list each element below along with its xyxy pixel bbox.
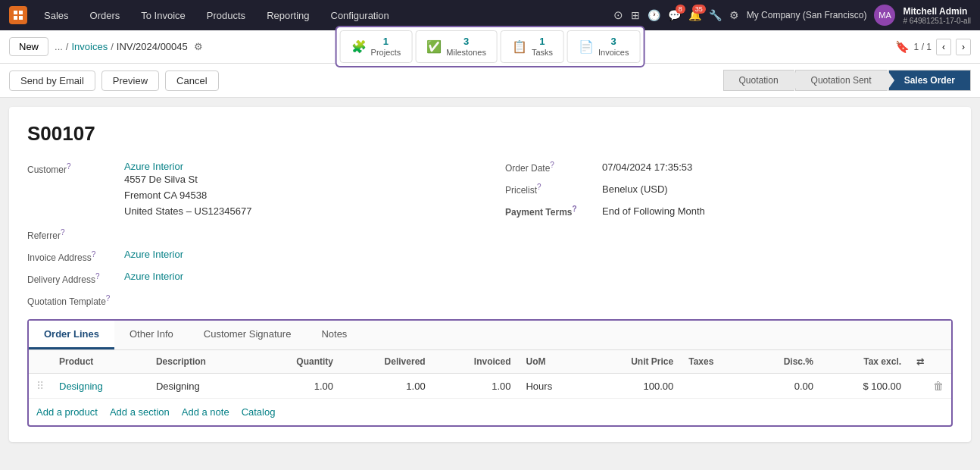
breadcrumb-sep2: /	[111, 41, 114, 52]
status-pipeline: Quotation Quotation Sent Sales Order	[723, 70, 971, 91]
milestones-text: Milestones	[446, 48, 486, 57]
order-lines-table: Product Description Quantity Delivered I…	[29, 350, 951, 399]
chat-badge: 8	[676, 5, 685, 14]
next-page-button[interactable]: ›	[956, 39, 971, 55]
milestones-label: 3 Milestones	[446, 36, 486, 58]
referrer-field-row: Referrer?	[27, 227, 475, 241]
product-cell[interactable]: Designing	[59, 381, 103, 392]
col-unit-price: Unit Price	[586, 350, 681, 374]
wrench-icon[interactable]: 🔧	[709, 9, 722, 21]
order-date-field: Order Date? 07/04/2024 17:35:53	[505, 161, 953, 174]
invoices-icon: 📄	[579, 39, 594, 54]
tab-notes[interactable]: Notes	[306, 321, 362, 349]
send-by-email-button[interactable]: Send by Email	[9, 70, 95, 91]
referrer-label: Referrer?	[27, 227, 118, 241]
col-disc: Disc.%	[747, 350, 822, 374]
customer-addr3: United States – US12345677	[124, 204, 251, 220]
tabs-section: Order Lines Other Info Customer Signatur…	[27, 319, 953, 427]
milestones-smart-button[interactable]: ✅ 3 Milestones	[415, 30, 498, 63]
pricelist-field: Pricelist? Benelux (USD)	[505, 183, 953, 196]
order-lines-content: Product Description Quantity Delivered I…	[29, 350, 951, 425]
nav-orders[interactable]: Orders	[86, 7, 125, 24]
col-uom: UoM	[518, 350, 586, 374]
nav-products[interactable]: Products	[202, 7, 250, 24]
invoiced-cell: 1.00	[492, 381, 510, 392]
home-icon[interactable]: ⊙	[613, 8, 623, 22]
user-sub: # 64981251-17-0-all	[903, 17, 971, 25]
tasks-label: 1 Tasks	[532, 36, 553, 58]
left-column: Customer? Azure Interior 4557 De Silva S…	[27, 161, 475, 307]
pipeline-quotation-sent[interactable]: Quotation Sent	[795, 70, 888, 91]
invoices-smart-button[interactable]: 📄 3 Invoices	[567, 30, 640, 63]
new-button[interactable]: New	[9, 37, 48, 56]
tasks-count: 1	[532, 36, 553, 47]
breadcrumb-current: INV/2024/00045	[117, 41, 188, 52]
breadcrumb-dots[interactable]: ...	[55, 41, 63, 52]
col-settings[interactable]: ⇄	[909, 350, 951, 374]
add-section-button[interactable]: Add a section	[110, 406, 170, 418]
invoice-address-field-row: Invoice Address? Azure Interior	[27, 249, 475, 263]
page-info: 1 / 1	[914, 42, 932, 52]
add-product-button[interactable]: Add a product	[36, 406, 98, 418]
projects-smart-button[interactable]: 🧩 1 Projects	[340, 30, 413, 63]
nav-sales[interactable]: Sales	[39, 7, 73, 24]
breadcrumb-invoices[interactable]: Invoices	[71, 41, 108, 52]
nav-configuration[interactable]: Configuration	[326, 7, 394, 24]
col-delivered: Delivered	[341, 350, 433, 374]
delivery-address-value[interactable]: Azure Interior	[124, 271, 183, 282]
payment-terms-value[interactable]: End of Following Month	[602, 205, 705, 217]
app-logo[interactable]	[9, 6, 27, 24]
preview-button[interactable]: Preview	[101, 70, 159, 91]
projects-count: 1	[371, 36, 401, 47]
catalog-button[interactable]: Catalog	[242, 406, 276, 418]
svg-rect-0	[14, 11, 17, 14]
right-column: Order Date? 07/04/2024 17:35:53 Pricelis…	[505, 161, 953, 307]
add-note-button[interactable]: Add a note	[182, 406, 229, 418]
unit-price-cell[interactable]: 100.00	[643, 381, 673, 392]
pipeline-quotation[interactable]: Quotation	[723, 70, 794, 91]
delivery-address-label: Delivery Address?	[27, 271, 118, 285]
record-gear-icon[interactable]: ⚙	[194, 41, 203, 52]
avatar[interactable]: MA	[874, 5, 895, 26]
disc-cell[interactable]: 0.00	[794, 381, 813, 392]
uom-cell[interactable]: Hours	[526, 381, 552, 392]
notification-icon[interactable]: 🔔 35	[688, 9, 701, 21]
invoices-text: Invoices	[598, 48, 629, 57]
nav-reporting[interactable]: Reporting	[262, 7, 314, 24]
tab-customer-signature[interactable]: Customer Signature	[189, 321, 307, 349]
col-invoiced: Invoiced	[433, 350, 519, 374]
settings-icon[interactable]: ⚙	[729, 9, 739, 21]
bookmarks-icon[interactable]: 🔖	[895, 40, 910, 54]
breadcrumb: ... / Invoices / INV/2024/00045	[55, 41, 188, 52]
invoice-address-value[interactable]: Azure Interior	[124, 249, 183, 260]
customer-name[interactable]: Azure Interior	[124, 161, 251, 172]
tasks-icon: 📋	[512, 39, 527, 54]
avatar-initials: MA	[879, 11, 891, 20]
record-title: S00107	[27, 122, 953, 146]
tab-other-info[interactable]: Other Info	[114, 321, 189, 349]
tax-excl-cell: $ 100.00	[863, 381, 901, 392]
svg-rect-2	[14, 16, 17, 20]
cancel-button[interactable]: Cancel	[165, 70, 218, 91]
order-date-value: 07/04/2024 17:35:53	[602, 161, 692, 173]
pricelist-value[interactable]: Benelux (USD)	[602, 183, 668, 195]
page-navigation: 🔖 1 / 1 ‹ ›	[895, 39, 971, 55]
col-description: Description	[148, 350, 255, 374]
drag-handle-icon[interactable]: ⠿	[36, 380, 44, 392]
chat-icon[interactable]: 💬 8	[668, 9, 681, 21]
pipeline-sales-order[interactable]: Sales Order	[888, 70, 971, 91]
tab-order-lines[interactable]: Order Lines	[29, 321, 114, 349]
grid-icon[interactable]: ⊞	[631, 9, 640, 21]
clock-icon[interactable]: 🕐	[648, 9, 660, 21]
tasks-smart-button[interactable]: 📋 1 Tasks	[501, 30, 564, 63]
delete-row-icon[interactable]: 🗑	[933, 380, 944, 392]
customer-label: Customer?	[27, 161, 118, 175]
quantity-cell[interactable]: 1.00	[314, 381, 333, 392]
delivered-cell: 1.00	[406, 381, 425, 392]
nav-to-invoice[interactable]: To Invoice	[136, 7, 190, 24]
prev-page-button[interactable]: ‹	[936, 39, 951, 55]
table-actions: Add a product Add a section Add a note C…	[29, 399, 951, 425]
projects-label: 1 Projects	[371, 36, 401, 58]
description-cell[interactable]: Designing	[156, 381, 200, 392]
main-content: S00107 Customer? Azure Interior 4557 De …	[9, 107, 971, 442]
